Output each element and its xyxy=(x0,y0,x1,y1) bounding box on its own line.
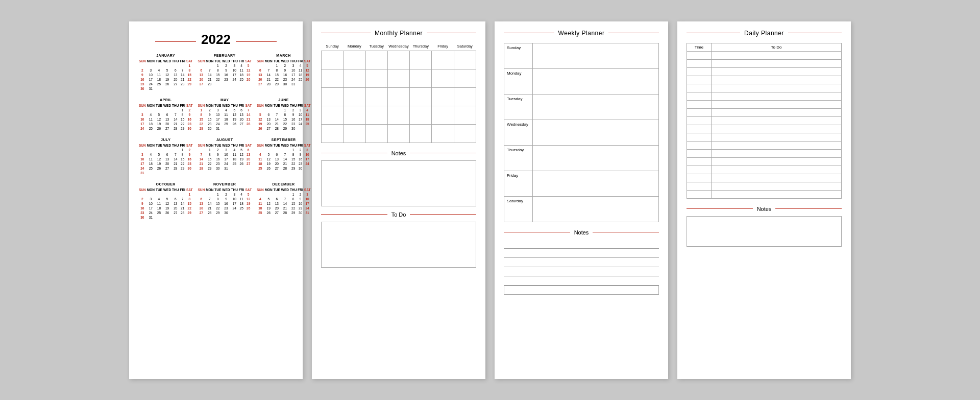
cell[interactable] xyxy=(432,87,454,106)
time-cell[interactable] xyxy=(687,67,712,76)
day-cell xyxy=(244,82,252,86)
todo-cell[interactable] xyxy=(711,182,841,190)
time-cell[interactable] xyxy=(687,174,712,182)
day-cell: 17 xyxy=(231,201,238,206)
cell[interactable] xyxy=(365,51,387,69)
day-cell: 30 xyxy=(297,166,303,171)
cell[interactable] xyxy=(410,69,432,87)
todo-cell[interactable] xyxy=(711,51,841,59)
day-content-tuesday[interactable] xyxy=(533,94,659,120)
cell[interactable] xyxy=(387,124,409,143)
todo-cell[interactable] xyxy=(711,190,841,198)
cell[interactable] xyxy=(344,87,365,106)
todo-cell[interactable] xyxy=(711,166,841,174)
cell[interactable] xyxy=(454,106,476,124)
note-line-last[interactable] xyxy=(504,286,659,295)
todo-cell[interactable] xyxy=(711,67,841,76)
day-content-wednesday[interactable] xyxy=(533,120,659,145)
todo-cell[interactable] xyxy=(711,125,841,133)
todo-cell[interactable] xyxy=(711,100,841,108)
time-cell[interactable] xyxy=(687,116,712,125)
cell[interactable] xyxy=(432,69,454,87)
time-cell[interactable] xyxy=(687,133,712,141)
cell[interactable] xyxy=(322,106,344,124)
note-line[interactable] xyxy=(504,258,659,267)
day-header: TUE xyxy=(273,59,281,63)
cell[interactable] xyxy=(454,69,476,87)
todo-cell[interactable] xyxy=(711,84,841,92)
day-cell: 5 xyxy=(244,63,252,68)
cell[interactable] xyxy=(365,124,387,143)
time-cell[interactable] xyxy=(687,51,712,59)
cell[interactable] xyxy=(410,106,432,124)
time-cell[interactable] xyxy=(687,92,712,100)
time-cell[interactable] xyxy=(687,149,712,157)
cell[interactable] xyxy=(365,106,387,124)
day-content-friday[interactable] xyxy=(533,171,659,196)
time-cell[interactable] xyxy=(687,84,712,92)
cell[interactable] xyxy=(365,69,387,87)
time-cell[interactable] xyxy=(687,157,712,166)
day-cell: 26 xyxy=(264,166,273,171)
todo-cell[interactable] xyxy=(711,76,841,84)
daily-notes-box[interactable] xyxy=(687,216,842,247)
cell[interactable] xyxy=(344,124,365,143)
day-content-sunday[interactable] xyxy=(533,43,659,68)
cell[interactable] xyxy=(322,87,344,106)
todo-cell[interactable] xyxy=(711,149,841,157)
todo-cell[interactable] xyxy=(711,59,841,67)
note-line[interactable] xyxy=(504,267,659,276)
cell[interactable] xyxy=(387,51,409,69)
note-line[interactable] xyxy=(504,240,659,249)
cell[interactable] xyxy=(410,124,432,143)
time-cell[interactable] xyxy=(687,141,712,149)
todo-cell[interactable] xyxy=(711,157,841,166)
cell[interactable] xyxy=(454,87,476,106)
monthly-notes-box[interactable] xyxy=(321,160,476,206)
cell[interactable] xyxy=(344,69,365,87)
cell[interactable] xyxy=(322,51,344,69)
time-cell[interactable] xyxy=(687,166,712,174)
day-cell: 17 xyxy=(297,117,303,122)
todo-cell[interactable] xyxy=(711,92,841,100)
cell[interactable] xyxy=(387,87,409,106)
monthly-todo-box[interactable] xyxy=(321,222,476,268)
cell[interactable] xyxy=(387,69,409,87)
time-cell[interactable] xyxy=(687,59,712,67)
day-header: TUE xyxy=(273,187,281,192)
cell[interactable] xyxy=(322,124,344,143)
day-cell: 15 xyxy=(179,157,185,161)
cell[interactable] xyxy=(410,87,432,106)
calendar-grid: JANUARYSUNMONTUEWEDTHUFRISAT123456789101… xyxy=(138,54,293,220)
time-cell[interactable] xyxy=(687,190,712,198)
cell[interactable] xyxy=(344,51,365,69)
todo-cell[interactable] xyxy=(711,116,841,125)
time-cell[interactable] xyxy=(687,108,712,116)
day-content-saturday[interactable] xyxy=(533,196,659,222)
cell[interactable] xyxy=(410,51,432,69)
cell[interactable] xyxy=(365,87,387,106)
todo-cell[interactable] xyxy=(711,141,841,149)
todo-cell[interactable] xyxy=(711,133,841,141)
note-line[interactable] xyxy=(504,249,659,258)
todo-cell[interactable] xyxy=(711,174,841,182)
cell[interactable] xyxy=(432,106,454,124)
day-cell: 28 xyxy=(179,82,185,86)
note-line[interactable] xyxy=(504,276,659,286)
day-content-monday[interactable] xyxy=(533,68,659,94)
day-content-thursday[interactable] xyxy=(533,145,659,171)
time-cell[interactable] xyxy=(687,182,712,190)
time-cell[interactable] xyxy=(687,76,712,84)
cell[interactable] xyxy=(432,51,454,69)
cell[interactable] xyxy=(432,124,454,143)
todo-cell[interactable] xyxy=(711,108,841,116)
cell[interactable] xyxy=(387,106,409,124)
time-cell[interactable] xyxy=(687,100,712,108)
cell[interactable] xyxy=(454,124,476,143)
cell[interactable] xyxy=(454,51,476,69)
day-cell: 30 xyxy=(281,82,289,86)
cell[interactable] xyxy=(344,106,365,124)
day-cell: 11 xyxy=(238,68,244,73)
time-cell[interactable] xyxy=(687,125,712,133)
cell[interactable] xyxy=(322,69,344,87)
